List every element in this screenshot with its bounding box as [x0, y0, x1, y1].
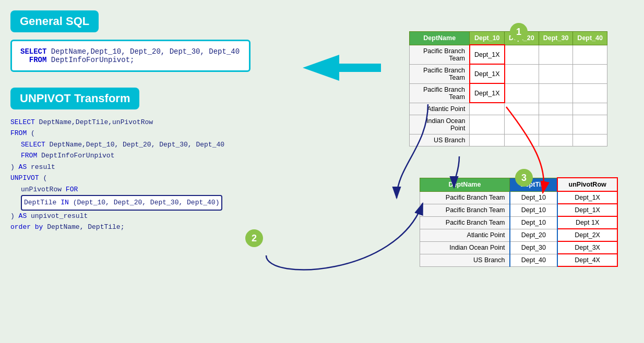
main-container: General SQL SELECT DeptName,Dept_10, Dep… [0, 0, 644, 343]
t2r2-unpivotrow: Dept_1X [557, 204, 617, 216]
t1r3-dept20 [505, 83, 539, 103]
t1r6-dept30 [539, 134, 573, 146]
table2: DeptName DeptTile unPivotRow Pacific Bra… [420, 177, 618, 267]
line9: order by DeptName, DeptTile; [10, 222, 271, 232]
t2r4-deptname: Atlantic Point [420, 229, 510, 241]
line2: FROM ( [10, 128, 271, 139]
table2-header-unpivotrow: unPivotRow [557, 178, 617, 191]
badge-1: 1 [510, 23, 528, 41]
badge-2: 2 [245, 229, 263, 247]
t1r4-dept40 [573, 103, 607, 115]
t1r3-dept30 [539, 83, 573, 103]
table-row: Atlantic Point [410, 103, 607, 115]
select-keyword: SELECT [20, 47, 46, 56]
table1-container: 1 DeptName Dept_10 Dept_20 Dept_30 Dept_… [409, 31, 628, 146]
table-row: Pacific Branch Team Dept_10 Dept 1X [420, 216, 618, 229]
t1r1-dept30 [539, 45, 573, 64]
table-row: US Branch [410, 134, 607, 146]
arrow-right-blue [303, 55, 381, 81]
t2r4-unpivotrow: Dept_2X [557, 229, 617, 241]
arrow-query-to-table2 [266, 203, 423, 270]
t1r1-dept40 [573, 45, 607, 64]
t1r1-dept20 [505, 45, 539, 64]
left-panel: General SQL SELECT DeptName,Dept_10, Dep… [10, 10, 271, 232]
t2r1-unpivotrow: Dept_1X [557, 191, 617, 204]
t2r3-unpivotrow: Dept 1X [557, 216, 617, 229]
t2r4-depttile: Dept_20 [510, 229, 558, 241]
t2r3-deptname: Pacific Branch Team [420, 216, 510, 229]
table-row: Pacific Branch Team Dept_1X [410, 45, 607, 64]
table2-wrapper: 3 DeptName DeptTile unPivotRow Pacific B… [420, 177, 628, 267]
t2r2-deptname: Pacific Branch Team [420, 204, 510, 216]
t2r5-unpivotrow: Dept_3X [557, 241, 617, 254]
t2r1-depttile: Dept_10 [510, 191, 558, 204]
t1r1-deptname: Pacific Branch Team [410, 45, 470, 64]
table-row: Pacific Branch Team Dept_1X [410, 83, 607, 103]
t1r1-dept10: Dept_1X [470, 45, 505, 64]
table1: DeptName Dept_10 Dept_20 Dept_30 Dept_40… [409, 31, 607, 146]
t2r6-depttile: Dept_40 [510, 254, 558, 266]
t1r3-dept10: Dept_1X [470, 83, 505, 103]
t1r4-dept30 [539, 103, 573, 115]
table1-header-dept30: Dept_30 [539, 32, 573, 45]
table-row: Indian Ocean Point Dept_30 Dept_3X [420, 241, 618, 254]
table2-container: 3 DeptName DeptTile unPivotRow Pacific B… [420, 177, 628, 267]
table-row: US Branch Dept_40 Dept_4X [420, 254, 618, 266]
t1r6-dept20 [505, 134, 539, 146]
line6: UNPIVOT ( [10, 173, 271, 183]
table-row: Indian Ocean Point [410, 115, 607, 134]
t1r6-deptname: US Branch [410, 134, 470, 146]
t2r6-deptname: US Branch [420, 254, 510, 266]
t2r3-depttile: Dept_10 [510, 216, 558, 229]
table2-header-deptname: DeptName [420, 178, 510, 191]
table1-header-dept40: Dept_40 [573, 32, 607, 45]
t2r5-depttile: Dept_30 [510, 241, 558, 254]
t2r5-deptname: Indian Ocean Point [420, 241, 510, 254]
t1r3-dept40 [573, 83, 607, 103]
table-row: Pacific Branch Team Dept_10 Dept_1X [420, 191, 618, 204]
t1r5-dept40 [573, 115, 607, 134]
line8: ) AS unpivot_result [10, 211, 271, 222]
line4: FROM DeptInfoForUnpivot [21, 150, 271, 161]
badge-3: 3 [515, 169, 533, 187]
line1: SELECT DeptName,DeptTile,unPivotRow [10, 117, 271, 128]
from-keyword: FROM [29, 56, 47, 64]
t1r5-dept30 [539, 115, 573, 134]
table1-header-dept10: Dept_10 [470, 32, 505, 45]
t1r4-dept20 [505, 103, 539, 115]
table-row: Atlantic Point Dept_20 Dept_2X [420, 229, 618, 241]
t1r4-deptname: Atlantic Point [410, 103, 470, 115]
general-sql-badge: General SQL [10, 10, 99, 32]
t1r6-dept10 [470, 134, 505, 146]
line5: ) AS result [10, 162, 271, 173]
sql-query-box: SELECT DeptName,Dept_10, Dept_20, Dept_3… [10, 40, 251, 72]
t1r2-dept30 [539, 64, 573, 83]
unpivot-code-block: SELECT DeptName,DeptTile,unPivotRow FROM… [10, 117, 271, 232]
t1r5-dept20 [505, 115, 539, 134]
t2r6-unpivotrow: Dept_4X [557, 254, 617, 266]
t1r5-deptname: Indian Ocean Point [410, 115, 470, 134]
t1r2-dept10: Dept_1X [470, 64, 505, 83]
t1r2-deptname: Pacific Branch Team [410, 64, 470, 83]
table-row: Pacific Branch Team Dept_1X [410, 64, 607, 83]
t1r2-dept20 [505, 64, 539, 83]
table-row: Pacific Branch Team Dept_10 Dept_1X [420, 204, 618, 216]
t1r6-dept40 [573, 134, 607, 146]
t1r5-dept10 [470, 115, 505, 134]
t1r2-dept40 [573, 64, 607, 83]
unpivot-badge: UNPIVOT Transform [10, 88, 139, 109]
t1r3-deptname: Pacific Branch Team [410, 83, 470, 103]
t2r1-deptname: Pacific Branch Team [420, 191, 510, 204]
table1-header-deptname: DeptName [410, 32, 470, 45]
line3: SELECT DeptName,Dept_10, Dept_20, Dept_3… [21, 139, 271, 150]
table1-wrapper: 1 DeptName Dept_10 Dept_20 Dept_30 Dept_… [409, 31, 628, 146]
line7: unPivotRow FOR DeptTile IN (Dept_10, Dep… [21, 184, 271, 211]
t2r2-depttile: Dept_10 [510, 204, 558, 216]
t1r4-dept10 [470, 103, 505, 115]
